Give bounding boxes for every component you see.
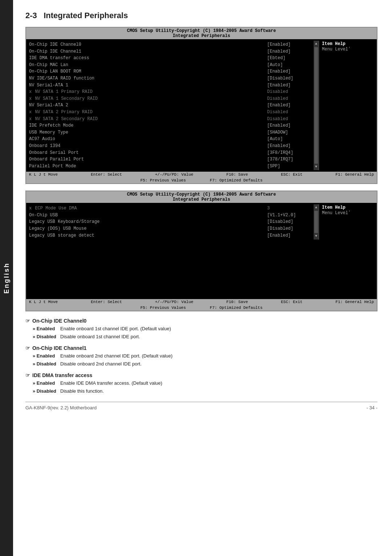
desc-item: » EnabledEnable onboard 2nd channel IDE … <box>33 352 377 360</box>
desc-item: » DisabledDisable this function. <box>33 388 377 395</box>
desc-item-text: Disable onboard 1st channel IDE port. <box>60 333 377 340</box>
desc-section: ☞On-Chip IDE Channel1» EnabledEnable onb… <box>25 345 377 367</box>
desc-heading-icon: ☞ <box>25 345 30 351</box>
bios-row: On-Chip LAN BOOT ROM[Enabled] <box>29 68 311 75</box>
bios-scrollbar-1: ▲ ▼ <box>314 41 319 170</box>
bios-help-title-1: Item Help <box>322 41 374 46</box>
desc-item-text: Enable onboard 2nd channel IDE port. (De… <box>60 352 377 360</box>
bios-title-2: CMOS Setup Utility-Copyright (C) 1984-20… <box>26 191 377 203</box>
bios-row: IDE Prefetch Mode[Enabled] <box>29 122 311 129</box>
bios-row: IDE DMA transfer access[Ebted] <box>29 55 311 62</box>
bios-footer-2-row2: F5: Previous Values F7: Optimized Defaul… <box>26 305 377 311</box>
scroll-up-arrow-1: ▲ <box>315 41 317 46</box>
desc-item-text: Disable this function. <box>60 388 377 395</box>
desc-section: ☞IDE DMA transfer access» EnabledEnable … <box>25 372 377 394</box>
bios-row: On-Chip IDE Channel0[Enabled] <box>29 41 311 48</box>
bios-footer-1-row2: F5: Previous Values F7: Optimized Defaul… <box>26 177 377 183</box>
section-number: 2-3 <box>25 11 37 20</box>
desc-item-label: » Enabled <box>33 352 58 360</box>
bios-row: NV Serial-ATA 1[Enabled] <box>29 82 311 89</box>
bios-row: Parallel Port Mode[SPP] <box>29 163 311 170</box>
desc-item: » DisabledDisable onboard 2nd channel ID… <box>33 360 377 368</box>
desc-item-text: Disable onboard 2nd channel IDE port. <box>60 360 377 368</box>
side-tab: English <box>0 0 13 556</box>
scroll-thumb-2 <box>314 211 318 233</box>
scroll-down-arrow-2: ▼ <box>315 234 317 239</box>
desc-item-label: » Disabled <box>33 333 58 340</box>
bios-footer-2: K L J t Move Enter: Select +/-/PU/PD: Va… <box>26 299 377 305</box>
bios-row: Legacy USB Keyboard/Storage[Disabled] <box>29 218 311 225</box>
bios-row: USB Memory Type[SHADOW] <box>29 129 311 136</box>
desc-item-text: Enable onboard 1st channel IDE port. (De… <box>60 325 377 332</box>
bios-row: Onboard Serial Port[3F8/IRQ4] <box>29 150 311 156</box>
bios-row: AC97 Audio[Auto] <box>29 136 311 143</box>
desc-item-label: » Enabled <box>33 325 58 332</box>
footer-right: - 34 - <box>367 405 377 410</box>
scroll-thumb-1 <box>314 47 318 164</box>
bios-row: On-Chip USB[V1.1+V2.0] <box>29 212 311 219</box>
bios-row: Legacy USB storage detect[Enabled] <box>29 232 311 239</box>
section-heading: 2-3 Integrated Peripherals <box>25 11 377 20</box>
desc-item-label: » Disabled <box>33 388 58 395</box>
bios-row: Onboard Parallel Port[378/IRQ7] <box>29 156 311 163</box>
bios-right-panel-2: Item Help Menu Levelʹ <box>319 204 377 240</box>
desc-item-label: » Disabled <box>33 360 58 368</box>
bios-row: On-Chip MAC Lan[Auto] <box>29 62 311 69</box>
bios-help-text-1: Menu Levelʹ <box>322 46 374 52</box>
bios-help-text-2: Menu Levelʹ <box>322 210 374 216</box>
page-footer: GA-K8NF-9(rev. 2.2) Motherboard - 34 - <box>25 402 377 410</box>
desc-heading: ☞On-Chip IDE Channel0 <box>25 318 377 324</box>
bios-row: x ECP Mode Use DMA3 <box>29 205 311 212</box>
bios-row: NV Serial-ATA 2[Enabled] <box>29 102 311 109</box>
section-title: Integrated Peripherals <box>44 11 128 20</box>
bios-left-panel-1: On-Chip IDE Channel0[Enabled]On-Chip IDE… <box>26 41 314 170</box>
desc-item: » EnabledEnable onboard 1st channel IDE … <box>33 325 377 332</box>
desc-item: » DisabledDisable onboard 1st channel ID… <box>33 333 377 340</box>
scroll-down-arrow-1: ▼ <box>315 164 317 169</box>
bios-row: x NV SATA 2 Primary RAIDDisabled <box>29 109 311 116</box>
bios-row: x NV SATA 1 Secondary RAIDDisabled <box>29 95 311 102</box>
desc-item-text: Enable IDE DMA transfer access. (Default… <box>60 380 377 387</box>
bios-footer-1: K L J t Move Enter: Select +/-/PU/PD: Va… <box>26 172 377 177</box>
bios-scrollbar-2: ▲ ▼ <box>314 204 319 240</box>
scroll-up-arrow-2: ▲ <box>315 205 317 210</box>
bios-left-panel-2: x ECP Mode Use DMA3On-Chip USB[V1.1+V2.0… <box>26 204 314 240</box>
desc-heading: ☞On-Chip IDE Channel1 <box>25 345 377 351</box>
bios-row: On-Chip IDE Channel1[Enabled] <box>29 48 311 55</box>
desc-heading-icon: ☞ <box>25 318 30 324</box>
footer-left: GA-K8NF-9(rev. 2.2) Motherboard <box>25 405 97 410</box>
desc-heading-icon: ☞ <box>25 372 30 378</box>
bios-screen-2: CMOS Setup Utility-Copyright (C) 1984-20… <box>25 191 377 311</box>
desc-section: ☞On-Chip IDE Channel0» EnabledEnable onb… <box>25 318 377 340</box>
bios-row: x NV SATA 2 Secondary RAIDDisabled <box>29 116 311 123</box>
desc-heading: ☞IDE DMA transfer access <box>25 372 377 378</box>
desc-item-label: » Enabled <box>33 380 58 387</box>
desc-item: » EnabledEnable IDE DMA transfer access.… <box>33 380 377 387</box>
bios-help-title-2: Item Help <box>322 205 374 210</box>
side-tab-label: English <box>3 262 11 294</box>
bios-right-panel-1: Item Help Menu Levelʹ <box>319 41 377 170</box>
bios-title-1: CMOS Setup Utility-Copyright (C) 1984-20… <box>26 28 377 39</box>
bios-row: Onboard 1394[Enabled] <box>29 143 311 150</box>
bios-row: x NV SATA 1 Primary RAIDDisabled <box>29 89 311 95</box>
bios-row: NV IDE/SATA RAID function[Disabled] <box>29 75 311 82</box>
bios-row: Legacy (DOS) USB Mouse[Disabled] <box>29 225 311 232</box>
bios-screen-1: CMOS Setup Utility-Copyright (C) 1984-20… <box>25 27 377 184</box>
